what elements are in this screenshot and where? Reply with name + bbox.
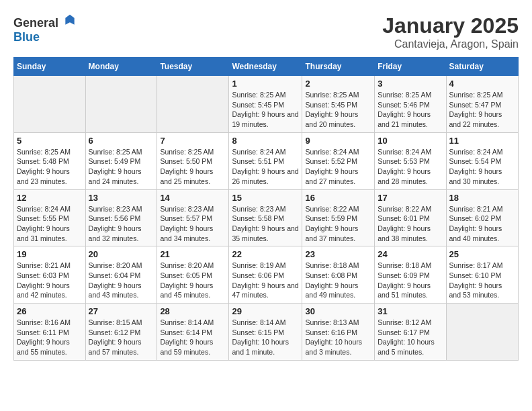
day-number: 2 (305, 79, 371, 89)
calendar-cell: 30 Sunrise: 8:13 AMSunset: 6:16 PMDaylig… (302, 304, 375, 361)
header-saturday: Saturday (446, 58, 518, 76)
logo-blue: Blue (13, 30, 40, 44)
calendar-cell: 7 Sunrise: 8:25 AMSunset: 5:50 PMDayligh… (157, 132, 229, 189)
header-thursday: Thursday (302, 58, 375, 76)
day-info: Sunrise: 8:13 AMSunset: 6:16 PMDaylight:… (305, 318, 371, 357)
calendar-cell: 24 Sunrise: 8:18 AMSunset: 6:09 PMDaylig… (375, 246, 446, 304)
day-number: 18 (449, 193, 515, 203)
day-number: 30 (305, 306, 371, 316)
day-info: Sunrise: 8:24 AMSunset: 5:53 PMDaylight:… (378, 147, 443, 187)
day-number: 25 (449, 249, 515, 259)
header-tuesday: Tuesday (157, 58, 229, 76)
day-number: 14 (160, 193, 226, 203)
day-number: 6 (89, 136, 154, 146)
day-info: Sunrise: 8:24 AMSunset: 5:55 PMDaylight:… (17, 204, 83, 244)
day-info: Sunrise: 8:19 AMSunset: 6:06 PMDaylight:… (232, 261, 299, 300)
calendar-cell: 15 Sunrise: 8:23 AMSunset: 5:58 PMDaylig… (229, 189, 302, 246)
calendar-cell: 14 Sunrise: 8:23 AMSunset: 5:57 PMDaylig… (157, 189, 229, 246)
month-title: January 2025 (382, 13, 519, 38)
day-info: Sunrise: 8:16 AMSunset: 6:11 PMDaylight:… (17, 318, 83, 357)
calendar-header-row: SundayMondayTuesdayWednesdayThursdayFrid… (14, 58, 519, 76)
day-info: Sunrise: 8:23 AMSunset: 5:57 PMDaylight:… (160, 204, 226, 244)
calendar-cell (157, 76, 229, 133)
day-info: Sunrise: 8:14 AMSunset: 6:15 PMDaylight:… (232, 318, 299, 357)
calendar-cell: 2 Sunrise: 8:25 AMSunset: 5:45 PMDayligh… (302, 76, 375, 133)
day-number: 4 (449, 79, 515, 89)
calendar-cell: 28 Sunrise: 8:14 AMSunset: 6:14 PMDaylig… (157, 304, 229, 361)
day-number: 29 (232, 306, 299, 316)
calendar-week-row: 1 Sunrise: 8:25 AMSunset: 5:45 PMDayligh… (14, 76, 519, 133)
day-number: 13 (89, 193, 154, 203)
calendar-cell: 13 Sunrise: 8:23 AMSunset: 5:56 PMDaylig… (85, 189, 157, 246)
calendar-cell: 12 Sunrise: 8:24 AMSunset: 5:55 PMDaylig… (14, 189, 86, 246)
day-info: Sunrise: 8:14 AMSunset: 6:14 PMDaylight:… (160, 318, 226, 357)
day-number: 31 (378, 306, 443, 316)
day-info: Sunrise: 8:20 AMSunset: 6:05 PMDaylight:… (160, 261, 226, 300)
day-number: 15 (232, 193, 299, 203)
day-number: 7 (160, 136, 226, 146)
calendar-cell: 31 Sunrise: 8:12 AMSunset: 6:17 PMDaylig… (375, 304, 446, 361)
calendar-table: SundayMondayTuesdayWednesdayThursdayFrid… (13, 57, 519, 361)
calendar-cell: 16 Sunrise: 8:22 AMSunset: 5:59 PMDaylig… (302, 189, 375, 246)
calendar-cell: 3 Sunrise: 8:25 AMSunset: 5:46 PMDayligh… (375, 76, 446, 133)
calendar-week-row: 19 Sunrise: 8:21 AMSunset: 6:03 PMDaylig… (14, 246, 519, 304)
calendar-cell: 17 Sunrise: 8:22 AMSunset: 6:01 PMDaylig… (375, 189, 446, 246)
day-number: 11 (449, 136, 515, 146)
calendar-week-row: 12 Sunrise: 8:24 AMSunset: 5:55 PMDaylig… (14, 189, 519, 246)
calendar-cell: 25 Sunrise: 8:17 AMSunset: 6:10 PMDaylig… (446, 246, 518, 304)
day-number: 21 (160, 249, 226, 259)
day-info: Sunrise: 8:25 AMSunset: 5:49 PMDaylight:… (89, 147, 154, 187)
calendar-cell: 10 Sunrise: 8:24 AMSunset: 5:53 PMDaylig… (375, 132, 446, 189)
calendar-cell: 5 Sunrise: 8:25 AMSunset: 5:48 PMDayligh… (14, 132, 86, 189)
day-number: 5 (17, 136, 83, 146)
day-info: Sunrise: 8:12 AMSunset: 6:17 PMDaylight:… (378, 318, 443, 357)
logo-general: General (13, 16, 58, 30)
calendar-cell: 6 Sunrise: 8:25 AMSunset: 5:49 PMDayligh… (85, 132, 157, 189)
day-info: Sunrise: 8:25 AMSunset: 5:45 PMDaylight:… (305, 90, 371, 130)
day-info: Sunrise: 8:20 AMSunset: 6:04 PMDaylight:… (89, 261, 154, 300)
calendar-cell: 26 Sunrise: 8:16 AMSunset: 6:11 PMDaylig… (14, 304, 86, 361)
day-number: 17 (378, 193, 443, 203)
day-info: Sunrise: 8:22 AMSunset: 5:59 PMDaylight:… (305, 204, 371, 244)
calendar-cell: 11 Sunrise: 8:24 AMSunset: 5:54 PMDaylig… (446, 132, 518, 189)
day-number: 19 (17, 249, 83, 259)
day-info: Sunrise: 8:24 AMSunset: 5:52 PMDaylight:… (305, 147, 371, 187)
header-wednesday: Wednesday (229, 58, 302, 76)
day-number: 9 (305, 136, 371, 146)
day-info: Sunrise: 8:17 AMSunset: 6:10 PMDaylight:… (449, 261, 515, 300)
calendar-cell (85, 76, 157, 133)
day-number: 8 (232, 136, 299, 146)
header-sunday: Sunday (14, 58, 86, 76)
header-monday: Monday (85, 58, 157, 76)
day-info: Sunrise: 8:22 AMSunset: 6:01 PMDaylight:… (378, 204, 443, 244)
day-number: 27 (89, 306, 154, 316)
day-info: Sunrise: 8:21 AMSunset: 6:02 PMDaylight:… (449, 204, 515, 244)
calendar-cell (446, 304, 518, 361)
day-number: 22 (232, 249, 299, 259)
calendar-cell: 1 Sunrise: 8:25 AMSunset: 5:45 PMDayligh… (229, 76, 302, 133)
page-header: General Blue January 2025 Cantavieja, Ar… (13, 13, 519, 50)
calendar-cell: 4 Sunrise: 8:25 AMSunset: 5:47 PMDayligh… (446, 76, 518, 133)
calendar-cell: 22 Sunrise: 8:19 AMSunset: 6:06 PMDaylig… (229, 246, 302, 304)
calendar-cell: 23 Sunrise: 8:18 AMSunset: 6:08 PMDaylig… (302, 246, 375, 304)
calendar-cell: 9 Sunrise: 8:24 AMSunset: 5:52 PMDayligh… (302, 132, 375, 189)
calendar-week-row: 26 Sunrise: 8:16 AMSunset: 6:11 PMDaylig… (14, 304, 519, 361)
logo-text: General Blue (13, 13, 77, 44)
day-info: Sunrise: 8:25 AMSunset: 5:48 PMDaylight:… (17, 147, 83, 187)
day-number: 28 (160, 306, 226, 316)
calendar-cell: 20 Sunrise: 8:20 AMSunset: 6:04 PMDaylig… (85, 246, 157, 304)
day-info: Sunrise: 8:23 AMSunset: 5:56 PMDaylight:… (89, 204, 154, 244)
title-block: January 2025 Cantavieja, Aragon, Spain (382, 13, 519, 50)
calendar-cell: 18 Sunrise: 8:21 AMSunset: 6:02 PMDaylig… (446, 189, 518, 246)
day-number: 12 (17, 193, 83, 203)
day-info: Sunrise: 8:24 AMSunset: 5:51 PMDaylight:… (232, 147, 299, 187)
day-info: Sunrise: 8:15 AMSunset: 6:12 PMDaylight:… (89, 318, 154, 357)
day-info: Sunrise: 8:18 AMSunset: 6:09 PMDaylight:… (378, 261, 443, 300)
day-info: Sunrise: 8:25 AMSunset: 5:45 PMDaylight:… (232, 90, 299, 130)
calendar-cell (14, 76, 86, 133)
day-number: 3 (378, 79, 443, 89)
calendar-cell: 29 Sunrise: 8:14 AMSunset: 6:15 PMDaylig… (229, 304, 302, 361)
calendar-cell: 8 Sunrise: 8:24 AMSunset: 5:51 PMDayligh… (229, 132, 302, 189)
day-info: Sunrise: 8:25 AMSunset: 5:46 PMDaylight:… (378, 90, 443, 130)
day-info: Sunrise: 8:21 AMSunset: 6:03 PMDaylight:… (17, 261, 83, 300)
